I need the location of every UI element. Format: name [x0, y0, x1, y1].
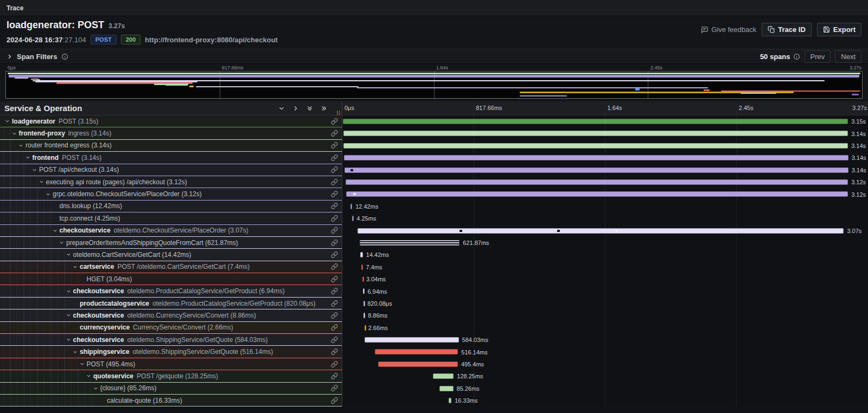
collapse-chevron-icon[interactable]	[66, 251, 73, 257]
span-name-cell[interactable]: frontendPOST (3.14s)	[0, 152, 342, 164]
span-bar[interactable]	[375, 349, 458, 354]
span-row[interactable]: calculate-quote (16.33ms)16.33ms	[0, 395, 868, 406]
give-feedback-link[interactable]: Give feedback	[701, 25, 756, 34]
prev-button[interactable]: Prev	[805, 50, 831, 63]
span-link-icon[interactable]	[331, 385, 338, 392]
span-bar[interactable]	[346, 179, 848, 185]
span-name-cell[interactable]: checkoutserviceoteldemo.CheckoutService/…	[0, 225, 342, 237]
span-name-cell[interactable]: POST /api/checkout (3.14s)	[0, 164, 342, 176]
span-link-icon[interactable]	[331, 227, 338, 234]
span-link-icon[interactable]	[331, 203, 338, 210]
collapse-chevron-icon[interactable]	[93, 385, 100, 391]
collapse-chevron-icon[interactable]	[52, 228, 60, 234]
span-bar[interactable]	[363, 313, 365, 318]
span-row[interactable]: POST /api/checkout (3.14s)3.14s	[0, 164, 868, 176]
span-link-icon[interactable]	[331, 118, 338, 125]
span-bar[interactable]	[344, 155, 848, 160]
span-row[interactable]: frontend-proxyingress (3.14s)3.14s	[0, 127, 868, 139]
span-name-cell[interactable]: prepareOrderItemsAndShippingQuoteFromCar…	[0, 237, 342, 249]
span-bar[interactable]	[365, 325, 366, 331]
collapse-chevron-icon[interactable]	[31, 167, 39, 173]
span-name-cell[interactable]: cartservicePOST /oteldemo.CartService/Ge…	[0, 261, 342, 273]
collapse-chevron-icon[interactable]	[66, 312, 73, 318]
span-bar[interactable]	[439, 386, 453, 391]
span-link-icon[interactable]	[331, 288, 338, 295]
expand-one-icon[interactable]	[292, 105, 299, 112]
span-row[interactable]: executing api route (pages) /api/checkou…	[0, 176, 868, 188]
collapse-chevron-icon[interactable]	[25, 154, 33, 160]
span-name-cell[interactable]: router frontend egress (3.14s)	[0, 140, 342, 152]
span-bar[interactable]	[362, 276, 364, 282]
collapse-chevron-icon[interactable]	[11, 131, 19, 137]
span-row[interactable]: oteldemo.CartService/GetCart (14.42ms)14…	[0, 249, 868, 261]
span-link-icon[interactable]	[331, 191, 338, 198]
span-bar[interactable]	[365, 337, 459, 343]
span-name-cell[interactable]: {closure} (85.26ms)	[0, 383, 342, 395]
next-button[interactable]: Next	[835, 50, 861, 63]
span-row[interactable]: loadgeneratorPOST (3.15s)3.15s	[0, 115, 868, 127]
span-bar[interactable]	[343, 131, 848, 136]
span-bar[interactable]	[344, 167, 848, 173]
span-row[interactable]: checkoutserviceoteldemo.CheckoutService/…	[0, 225, 868, 237]
minimap-canvas[interactable]	[5, 71, 863, 99]
span-bar[interactable]	[378, 362, 458, 367]
span-bar[interactable]	[350, 204, 353, 209]
span-row[interactable]: dns.lookup (12.42ms)12.42ms	[0, 201, 868, 212]
span-name-cell[interactable]: checkoutserviceoteldemo.ProductCatalogSe…	[0, 285, 342, 297]
span-name-cell[interactable]: shippingserviceoteldemo.ShippingService/…	[0, 346, 342, 358]
span-row[interactable]: {closure} (85.26ms)85.26ms	[0, 383, 868, 395]
span-bar[interactable]	[360, 252, 362, 257]
export-button[interactable]: Export	[817, 23, 861, 36]
span-bar[interactable]	[343, 143, 848, 149]
span-row[interactable]: POST (495.4ms)495.4ms	[0, 358, 868, 370]
span-row[interactable]: checkoutserviceoteldemo.ShippingService/…	[0, 334, 868, 346]
span-link-icon[interactable]	[331, 300, 338, 307]
span-name-cell[interactable]: checkoutserviceoteldemo.CurrencyService/…	[0, 309, 342, 321]
span-row[interactable]: cartservicePOST /oteldemo.CartService/Ge…	[0, 261, 868, 273]
span-link-icon[interactable]	[331, 349, 338, 356]
span-bar[interactable]	[361, 264, 363, 270]
span-link-icon[interactable]	[331, 251, 338, 258]
span-name-cell[interactable]: oteldemo.CartService/GetCart (14.42ms)	[0, 249, 342, 261]
span-link-icon[interactable]	[331, 324, 338, 331]
span-row[interactable]: checkoutserviceoteldemo.ProductCatalogSe…	[0, 285, 868, 297]
span-link-icon[interactable]	[331, 397, 338, 404]
expand-all-icon[interactable]	[320, 105, 328, 112]
collapse-chevron-icon[interactable]	[45, 191, 53, 197]
span-link-icon[interactable]	[331, 312, 338, 319]
collapse-chevron-icon[interactable]	[86, 373, 93, 379]
span-name-cell[interactable]: checkoutserviceoteldemo.ShippingService/…	[0, 334, 342, 346]
span-bar[interactable]	[360, 240, 459, 246]
span-link-icon[interactable]	[331, 215, 338, 222]
span-name-cell[interactable]: calculate-quote (16.33ms)	[0, 395, 342, 406]
span-row[interactable]: quoteservicePOST /getquote (128.25ms)128…	[0, 370, 868, 382]
span-row[interactable]: productcatalogserviceoteldemo.ProductCat…	[0, 298, 868, 309]
span-bar[interactable]	[352, 216, 354, 221]
span-name-cell[interactable]: tcp.connect (4.25ms)	[0, 212, 342, 224]
collapse-chevron-icon[interactable]	[79, 361, 87, 367]
span-bar[interactable]	[343, 119, 848, 124]
span-row[interactable]: tcp.connect (4.25ms)4.25ms	[0, 212, 868, 224]
span-name-cell[interactable]: quoteservicePOST /getquote (128.25ms)	[0, 370, 342, 382]
span-link-icon[interactable]	[331, 166, 338, 173]
span-link-icon[interactable]	[331, 275, 338, 282]
span-name-cell[interactable]: executing api route (pages) /api/checkou…	[0, 176, 342, 188]
span-bar[interactable]	[363, 301, 365, 306]
collapse-all-icon[interactable]	[306, 105, 314, 112]
span-bar[interactable]	[449, 398, 451, 403]
span-link-icon[interactable]	[331, 360, 338, 367]
span-name-cell[interactable]: currencyserviceCurrencyService/Convert (…	[0, 322, 342, 334]
span-name-cell[interactable]: frontend-proxyingress (3.14s)	[0, 127, 342, 139]
span-name-cell[interactable]: loadgeneratorPOST (3.15s)	[0, 115, 342, 127]
span-bar[interactable]	[433, 373, 454, 379]
collapse-chevron-icon[interactable]	[66, 288, 73, 294]
span-row[interactable]: frontendPOST (3.14s)3.14s	[0, 152, 868, 164]
collapse-chevron-icon[interactable]	[72, 349, 80, 355]
collapse-chevron-icon[interactable]	[18, 143, 25, 149]
span-row[interactable]: router frontend egress (3.14s)3.14s	[0, 140, 868, 152]
span-row[interactable]: currencyserviceCurrencyService/Convert (…	[0, 322, 868, 334]
span-bar[interactable]	[346, 191, 848, 197]
collapse-chevron-icon[interactable]	[66, 337, 73, 343]
span-name-cell[interactable]: productcatalogserviceoteldemo.ProductCat…	[0, 298, 342, 309]
span-row[interactable]: HGET (3.04ms)3.04ms	[0, 273, 868, 285]
